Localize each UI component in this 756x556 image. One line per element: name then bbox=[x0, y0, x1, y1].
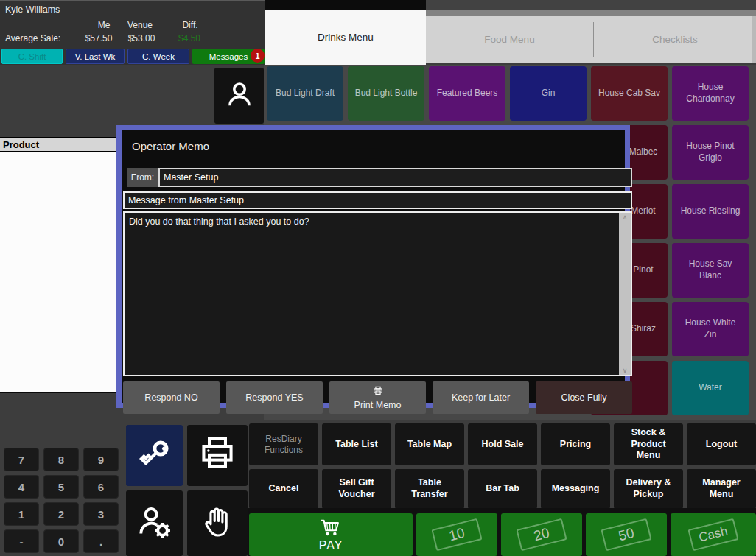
stats-panel: Kyle Williams Me Venue Diff. Average Sal… bbox=[0, 0, 265, 65]
tab-drinks-menu[interactable]: Drinks Menu bbox=[265, 10, 426, 65]
pay-label: PAY bbox=[319, 539, 343, 552]
function-row-1: ResDiary Functions Table List Table Map … bbox=[249, 423, 756, 465]
menu-item-featured-beers[interactable]: Featured Beers bbox=[429, 66, 505, 121]
clock-in-key-button[interactable] bbox=[126, 425, 183, 486]
numpad-key-4[interactable]: 4 bbox=[4, 475, 39, 499]
cash-50-button[interactable]: 50 bbox=[586, 513, 667, 556]
pay-button[interactable]: PAY bbox=[249, 513, 413, 556]
cash-label: Cash bbox=[697, 524, 729, 545]
scroll-down-icon[interactable]: ∨ bbox=[623, 366, 628, 375]
cart-icon bbox=[318, 517, 344, 542]
average-sale-label: Average Sale: bbox=[5, 33, 60, 43]
logout-button[interactable]: Logout bbox=[687, 423, 756, 465]
cash-button[interactable]: Cash bbox=[671, 513, 756, 556]
average-sale-me: $57.50 bbox=[83, 33, 115, 43]
numpad-key-8[interactable]: 8 bbox=[43, 448, 79, 471]
banknote-icon: 50 bbox=[601, 518, 651, 552]
current-shift-button[interactable]: C. Shift bbox=[1, 49, 63, 64]
delivery-pickup-button[interactable]: Delivery & Pickup bbox=[614, 469, 683, 509]
denomination-label: 50 bbox=[617, 525, 636, 544]
hold-sale-button[interactable]: Hold Sale bbox=[468, 423, 537, 465]
key-icon bbox=[136, 435, 174, 476]
tab-scroll-strip bbox=[752, 16, 756, 63]
numpad-key-0[interactable]: 0 bbox=[43, 529, 79, 553]
keep-for-later-button[interactable]: Keep for Later bbox=[433, 381, 529, 414]
menu-item-bud-light-draft[interactable]: Bud Light Draft bbox=[267, 66, 343, 121]
numpad-key-minus[interactable]: - bbox=[4, 529, 39, 553]
numpad-key-9[interactable]: 9 bbox=[83, 448, 119, 471]
stock-product-menu-button[interactable]: Stock & Product Menu bbox=[614, 423, 683, 465]
table-transfer-button[interactable]: Table Transfer bbox=[395, 469, 464, 509]
operator-avatar-button[interactable] bbox=[214, 68, 264, 124]
printer-icon bbox=[197, 434, 237, 477]
dialog-button-row: Respond NO Respond YES Print Memo Keep f… bbox=[123, 381, 632, 414]
cash-20-button[interactable]: 20 bbox=[501, 513, 582, 556]
tabs-dark-strip bbox=[426, 0, 756, 10]
memo-message-area[interactable]: Did you do that thing that I asked you t… bbox=[123, 211, 632, 376]
from-label: From: bbox=[127, 168, 158, 187]
manager-menu-button[interactable]: Manager Menu bbox=[687, 469, 756, 509]
numpad-key-2[interactable]: 2 bbox=[43, 502, 79, 526]
numpad-key-1[interactable]: 1 bbox=[4, 502, 39, 526]
tab-food-menu[interactable]: Food Menu bbox=[426, 16, 593, 63]
person-icon bbox=[223, 78, 256, 113]
operator-name: Kyle Williams bbox=[5, 4, 60, 15]
cash-10-button[interactable]: 10 bbox=[416, 513, 497, 556]
messaging-button[interactable]: Messaging bbox=[541, 469, 610, 509]
menu-item-house-pinot-grigio[interactable]: House Pinot Grigio bbox=[672, 125, 749, 180]
stats-col-diff: Diff. bbox=[177, 20, 203, 30]
memo-subject-field[interactable]: Message from Master Setup bbox=[123, 191, 632, 209]
staff-settings-button[interactable] bbox=[126, 490, 183, 556]
denomination-label: 10 bbox=[447, 525, 466, 544]
menu-item-water[interactable]: Water bbox=[672, 361, 749, 415]
numpad-key-3[interactable]: 3 bbox=[83, 502, 119, 526]
pricing-button[interactable]: Pricing bbox=[541, 423, 610, 465]
current-week-button[interactable]: C. Week bbox=[127, 49, 189, 64]
menu-item-house-riesling[interactable]: House Riesling bbox=[672, 184, 749, 239]
tab-top-strip bbox=[265, 0, 426, 10]
product-list[interactable] bbox=[0, 152, 118, 393]
menu-item-house-sav-blanc[interactable]: House Sav Blanc bbox=[672, 243, 749, 298]
table-map-button[interactable]: Table Map bbox=[395, 423, 464, 465]
messages-count-badge: 1 bbox=[251, 49, 265, 63]
product-column-header: Product bbox=[0, 137, 118, 152]
print-memo-label: Print Memo bbox=[354, 400, 402, 410]
numpad-key-dot[interactable]: . bbox=[83, 529, 119, 553]
memo-message-text: Did you do that thing that I asked you t… bbox=[129, 217, 613, 227]
respond-no-button[interactable]: Respond NO bbox=[123, 381, 220, 414]
menu-item-bud-light-bottle[interactable]: Bud Light Bottle bbox=[348, 66, 424, 121]
menu-item-gin[interactable]: Gin bbox=[510, 66, 587, 121]
from-field[interactable]: Master Setup bbox=[158, 168, 632, 187]
close-fully-button[interactable]: Close Fully bbox=[536, 381, 632, 414]
numpad-key-6[interactable]: 6 bbox=[83, 475, 119, 499]
dialog-title: Operator Memo bbox=[132, 140, 209, 152]
printer-icon bbox=[373, 386, 383, 398]
message-scrollbar[interactable]: ∧ ∨ bbox=[619, 213, 631, 375]
numpad-key-5[interactable]: 5 bbox=[43, 475, 79, 499]
menu-item-house-chardonnay[interactable]: House Chardonnay bbox=[672, 66, 749, 121]
resdiary-functions-button[interactable]: ResDiary Functions bbox=[249, 423, 318, 465]
function-row-2: Cancel Sell Gift Voucher Table Transfer … bbox=[249, 469, 756, 509]
respond-yes-button[interactable]: Respond YES bbox=[226, 381, 323, 414]
hold-hand-button[interactable] bbox=[187, 490, 248, 556]
numpad: 7 8 9 4 5 6 1 2 3 - 0 . bbox=[4, 448, 119, 555]
table-list-button[interactable]: Table List bbox=[322, 423, 391, 465]
bar-tab-button[interactable]: Bar Tab bbox=[468, 469, 537, 509]
print-button[interactable] bbox=[187, 425, 248, 486]
person-gear-icon bbox=[136, 503, 174, 544]
print-memo-button[interactable]: Print Memo bbox=[329, 381, 426, 414]
inactive-tabs-area: Food Menu Checklists bbox=[426, 16, 756, 63]
numpad-key-7[interactable]: 7 bbox=[4, 448, 39, 471]
banknote-icon: 10 bbox=[431, 518, 482, 552]
menu-item-house-white-zin[interactable]: House White Zin bbox=[672, 302, 749, 356]
sell-gift-voucher-button[interactable]: Sell Gift Voucher bbox=[322, 469, 391, 509]
stats-col-me: Me bbox=[91, 20, 117, 30]
cancel-button[interactable]: Cancel bbox=[249, 469, 318, 509]
menu-item-house-cab-sav[interactable]: House Cab Sav bbox=[591, 66, 668, 121]
tab-checklists[interactable]: Checklists bbox=[594, 16, 756, 63]
denomination-label: 20 bbox=[532, 525, 551, 544]
scroll-up-icon[interactable]: ∧ bbox=[623, 213, 628, 222]
view-last-week-button[interactable]: V. Last Wk bbox=[66, 49, 125, 64]
pos-screen: Kyle Williams Me Venue Diff. Average Sal… bbox=[0, 0, 756, 556]
average-sale-diff: $4.50 bbox=[173, 33, 206, 43]
